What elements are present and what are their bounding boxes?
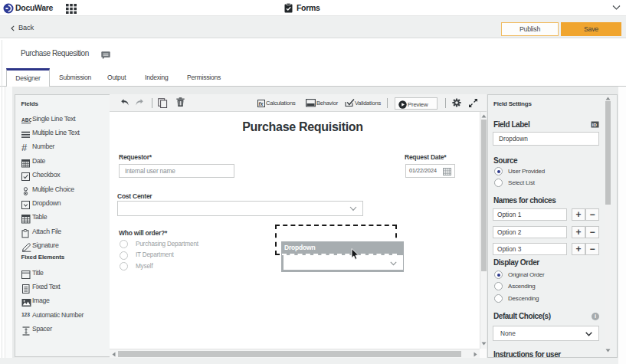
svg-text:fx: fx	[259, 101, 264, 107]
svg-text:ID: ID	[592, 123, 598, 127]
svg-text:ABC: ABC	[21, 117, 31, 123]
